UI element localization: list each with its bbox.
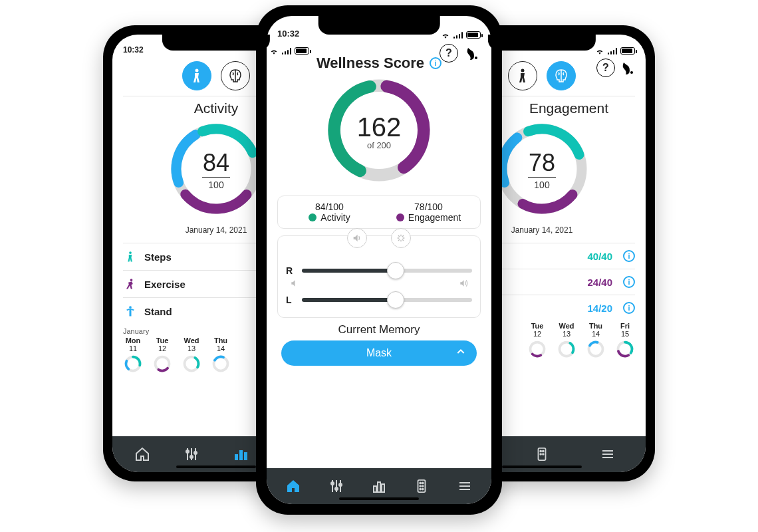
legend-activity[interactable]: 84/100 Activity: [285, 201, 374, 223]
nav-stats-icon[interactable]: [232, 446, 249, 463]
tab-activity[interactable]: [182, 61, 211, 90]
nav-device-icon[interactable]: [533, 446, 551, 463]
slider-thumb[interactable]: [387, 291, 404, 309]
wellness-score-max: of 200: [367, 140, 391, 150]
day-cell[interactable]: Tue 12: [527, 322, 547, 359]
home-indicator[interactable]: [339, 497, 419, 500]
slider-track[interactable]: [302, 269, 472, 273]
tab-activity[interactable]: [508, 61, 537, 90]
day-cell[interactable]: Wed 13: [557, 322, 576, 359]
engagement-score-max: 100: [534, 180, 549, 190]
metric-value: 24/40: [587, 277, 612, 288]
help-icon[interactable]: ?: [596, 59, 615, 77]
activity-score: 84: [203, 151, 229, 175]
status-bar: 10:32: [438, 35, 646, 57]
svg-point-60: [339, 483, 342, 486]
nav-stats-icon[interactable]: [370, 477, 388, 495]
day-cell[interactable]: Tue 12: [152, 336, 172, 374]
svg-point-1: [195, 69, 199, 72]
day-cell[interactable]: Fri 15: [615, 322, 635, 359]
status-time: 10:32: [123, 45, 144, 55]
day-cell[interactable]: Thu 14: [211, 336, 231, 374]
memory-select[interactable]: Mask: [281, 340, 477, 366]
svg-point-31: [630, 71, 633, 74]
tab-engagement[interactable]: [221, 61, 250, 90]
wellness-ring: 162 of 200: [323, 74, 435, 189]
legend-label: Engagement: [408, 212, 461, 223]
home-indicator[interactable]: [502, 466, 582, 468]
svg-point-53: [543, 454, 544, 455]
svg-point-7: [130, 279, 133, 281]
metric-label: Steps: [144, 251, 267, 263]
slider-thumb[interactable]: [387, 262, 404, 279]
volume-panel: R L: [277, 235, 481, 318]
svg-point-70: [422, 489, 424, 490]
day-cell[interactable]: Mon 11: [123, 336, 143, 374]
svg-point-18: [186, 450, 189, 453]
slider-track[interactable]: [302, 298, 472, 302]
dot-icon: [309, 213, 316, 221]
phone-wellness: 10:32 ? Wellness Score i: [256, 5, 502, 515]
memory-title: Current Memory: [277, 323, 481, 336]
day-cell[interactable]: Wed 13: [182, 336, 201, 374]
metric-value: 14/20: [587, 303, 612, 314]
svg-point-50: [540, 451, 541, 452]
legend-ratio: 78/100: [384, 201, 473, 212]
legend-engagement[interactable]: 78/100 Engagement: [384, 201, 473, 223]
svg-point-65: [420, 483, 422, 484]
svg-point-69: [420, 489, 422, 490]
svg-rect-62: [378, 482, 380, 492]
battery-icon: [620, 47, 635, 55]
volume-high-icon: [459, 279, 468, 291]
legend-label: Activity: [320, 212, 350, 223]
nav-home-icon[interactable]: [285, 477, 302, 495]
speaker-mode-icon[interactable]: [347, 228, 367, 248]
home-indicator[interactable]: [176, 466, 256, 468]
svg-point-59: [335, 487, 338, 490]
info-icon[interactable]: i: [623, 250, 635, 262]
nav-adjust-icon[interactable]: [328, 477, 345, 495]
svg-point-52: [540, 454, 541, 455]
svg-point-8: [129, 306, 132, 309]
svg-point-67: [420, 485, 422, 487]
nav-home-icon[interactable]: [134, 446, 151, 463]
wifi-icon: [269, 48, 279, 55]
run-icon: [123, 277, 138, 291]
page-title-text: Wellness Score: [316, 55, 424, 72]
walk-icon: [123, 250, 138, 263]
wifi-icon: [595, 48, 604, 55]
svg-point-19: [190, 456, 193, 458]
nav-adjust-icon[interactable]: [183, 446, 200, 463]
info-icon[interactable]: i: [623, 276, 635, 288]
slider-label-l: L: [286, 295, 295, 305]
stand-icon: [123, 305, 138, 318]
tab-engagement[interactable]: [547, 61, 576, 90]
engagement-ring: 78 100: [492, 119, 592, 221]
cell-signal-icon: [282, 48, 292, 55]
day-cell[interactable]: Thu 14: [586, 322, 606, 359]
nav-menu-icon[interactable]: [456, 477, 473, 495]
cell-signal-icon: [608, 48, 618, 55]
svg-point-58: [331, 482, 334, 485]
wifi-icon: [441, 32, 450, 39]
nav-menu-icon[interactable]: [599, 446, 616, 463]
svg-rect-61: [374, 486, 376, 492]
activity-ring: 84 100: [166, 119, 266, 221]
legend-ratio: 84/100: [285, 201, 374, 212]
nav-device-icon[interactable]: [413, 477, 430, 495]
svg-rect-22: [239, 450, 243, 460]
battery-icon: [295, 47, 309, 55]
stream-mode-icon[interactable]: [391, 228, 411, 248]
slider-label-r: R: [286, 265, 295, 276]
slider-left[interactable]: L: [286, 295, 472, 305]
volume-low-icon: [290, 279, 299, 291]
activity-score-max: 100: [208, 180, 223, 190]
metric-value: 40/40: [587, 251, 612, 262]
svg-point-20: [194, 452, 197, 454]
info-icon[interactable]: i: [623, 302, 635, 314]
hearing-aid-icon[interactable]: [620, 60, 636, 76]
svg-point-68: [422, 485, 424, 487]
memory-value: Mask: [366, 347, 392, 359]
svg-rect-21: [235, 454, 238, 460]
slider-right[interactable]: R: [286, 265, 472, 276]
